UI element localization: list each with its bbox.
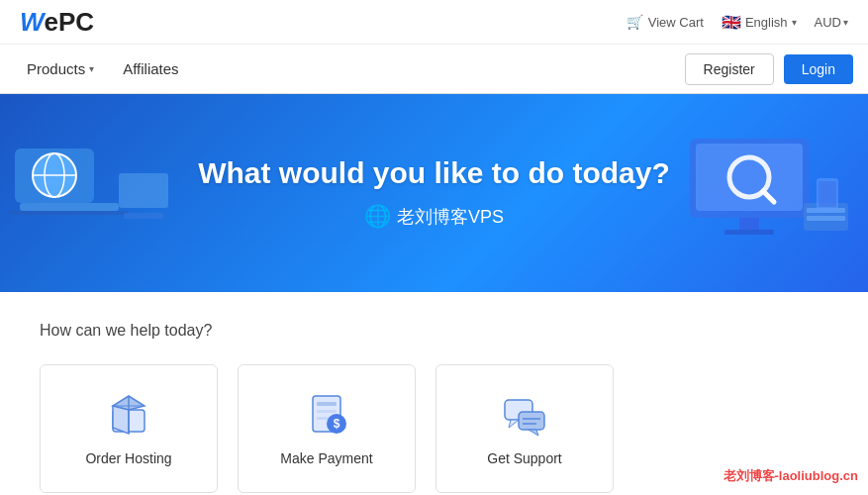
hero-heading: What would you like to do today? (198, 156, 670, 190)
svg-marker-34 (529, 430, 538, 436)
svg-rect-26 (317, 402, 337, 406)
make-payment-card[interactable]: $ Make Payment (238, 364, 416, 493)
watermark: 老刘博客-laoliublog.cn (723, 467, 859, 485)
login-button[interactable]: Login (784, 54, 853, 84)
cards-container: Order Hosting $ Make Payment (40, 364, 828, 493)
nav-affiliates[interactable]: Affiliates (111, 52, 190, 85)
hero-sub-label: 老刘博客VPS (397, 205, 504, 229)
svg-rect-13 (739, 218, 759, 230)
hero-right-decoration (680, 124, 858, 262)
nav-left: Products ▾ Affiliates (15, 52, 191, 85)
nav-right: Register Login (685, 53, 853, 85)
nav-products[interactable]: Products ▾ (15, 52, 106, 85)
currency-selector[interactable]: AUD ▾ (815, 15, 848, 30)
view-cart-button[interactable]: 🛒 View Cart (627, 14, 704, 30)
svg-rect-7 (119, 173, 168, 208)
order-hosting-icon (105, 390, 152, 438)
currency-chevron-icon: ▾ (843, 17, 848, 28)
make-payment-icon: $ (303, 390, 350, 438)
svg-rect-14 (724, 230, 774, 235)
order-hosting-label: Order Hosting (85, 450, 171, 466)
logo-w: W (20, 7, 45, 38)
cart-icon: 🛒 (627, 14, 643, 30)
top-right-actions: 🛒 View Cart 🇬🇧 English ▾ AUD ▾ (627, 13, 848, 32)
svg-rect-19 (819, 181, 836, 207)
logo: W ePC (20, 7, 94, 38)
make-payment-label: Make Payment (280, 450, 372, 466)
svg-rect-17 (807, 216, 845, 221)
weibo-icon: 🌐 (364, 204, 391, 230)
language-chevron-icon: ▾ (792, 17, 797, 28)
nav-bar: Products ▾ Affiliates Register Login (0, 45, 868, 94)
get-support-label: Get Support (487, 450, 562, 466)
svg-rect-27 (317, 410, 337, 413)
get-support-card[interactable]: Get Support (435, 364, 614, 493)
language-label: English (745, 15, 788, 30)
main-content: How can we help today? Order Hosting (0, 292, 868, 495)
svg-marker-32 (509, 420, 519, 428)
register-button[interactable]: Register (685, 53, 774, 85)
products-chevron-icon: ▾ (89, 63, 94, 74)
svg-rect-33 (519, 412, 544, 430)
logo-epc: ePC (45, 7, 95, 38)
order-hosting-card[interactable]: Order Hosting (40, 364, 218, 493)
language-selector[interactable]: 🇬🇧 English ▾ (722, 13, 797, 32)
hero-left-decoration (10, 124, 188, 262)
svg-rect-10 (696, 144, 803, 211)
section-title: How can we help today? (40, 322, 828, 340)
affiliates-label: Affiliates (123, 60, 178, 77)
hero-subtext: 🌐 老刘博客VPS (198, 204, 670, 230)
svg-rect-5 (20, 203, 119, 211)
flag-icon: 🇬🇧 (722, 13, 741, 32)
get-support-icon (501, 390, 548, 438)
view-cart-label: View Cart (648, 15, 704, 30)
svg-rect-6 (10, 211, 129, 215)
top-bar: W ePC 🛒 View Cart 🇬🇧 English ▾ AUD ▾ (0, 0, 868, 45)
svg-text:$: $ (334, 417, 340, 431)
products-label: Products (27, 60, 85, 77)
hero-banner: What would you like to do today? 🌐 老刘博客V… (0, 94, 868, 292)
currency-label: AUD (815, 15, 841, 30)
hero-content: What would you like to do today? 🌐 老刘博客V… (198, 156, 670, 230)
svg-rect-8 (124, 213, 163, 219)
